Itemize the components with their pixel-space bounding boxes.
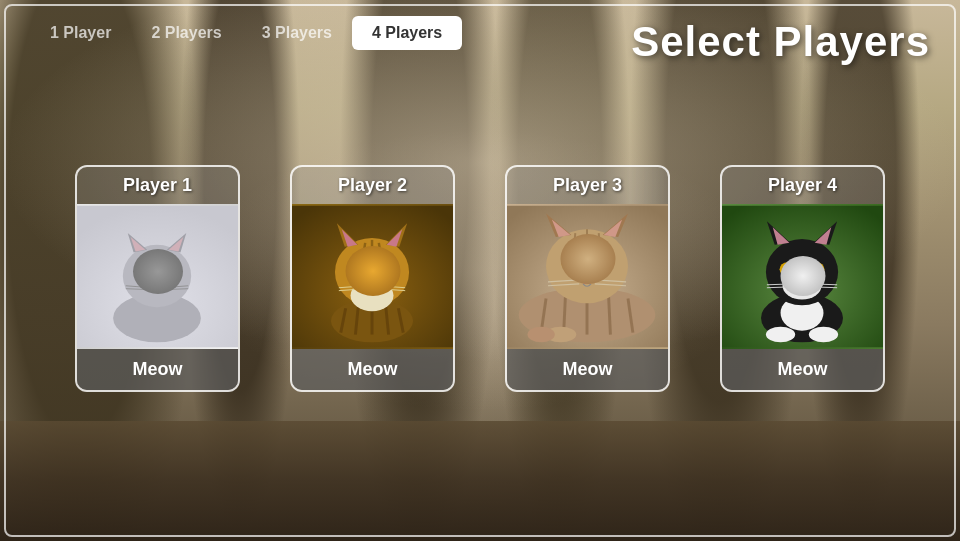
svg-point-84 [783, 263, 791, 275]
svg-point-11 [145, 274, 148, 277]
svg-point-62 [562, 256, 580, 272]
tab-2players[interactable]: 2 Players [131, 16, 241, 50]
svg-marker-68 [583, 279, 591, 284]
player-2-name: Player 2 [292, 167, 453, 204]
player-2-action: Meow [292, 349, 453, 390]
svg-point-10 [166, 272, 172, 280]
svg-point-82 [780, 262, 796, 276]
svg-marker-13 [154, 285, 160, 290]
svg-point-33 [351, 280, 394, 311]
cat-4-svg [722, 204, 883, 349]
player-count-tabs: 1 Player 2 Players 3 Players 4 Players [30, 16, 462, 50]
svg-point-8 [163, 271, 175, 281]
svg-point-7 [139, 271, 151, 281]
svg-point-76 [766, 239, 838, 305]
svg-point-34 [351, 263, 367, 277]
player-4-action: Meow [722, 349, 883, 390]
player-3-action: Meow [507, 349, 668, 390]
svg-marker-40 [369, 283, 375, 287]
svg-point-66 [567, 260, 571, 264]
svg-point-54 [546, 229, 628, 303]
tab-3players[interactable]: 3 Players [242, 16, 352, 50]
player-3-image [507, 204, 668, 349]
svg-line-61 [599, 233, 601, 254]
svg-point-86 [783, 265, 787, 269]
svg-point-64 [566, 257, 576, 271]
svg-point-63 [595, 256, 613, 272]
ground-layer [0, 421, 960, 541]
svg-point-67 [600, 260, 604, 264]
cat-2-svg [292, 204, 453, 349]
player-4-image [722, 204, 883, 349]
svg-point-12 [168, 274, 171, 277]
svg-point-37 [382, 264, 390, 276]
player-4-name: Player 4 [722, 167, 883, 204]
player-1-name: Player 1 [77, 167, 238, 204]
cat-3-svg [507, 204, 668, 349]
player-card-2[interactable]: Player 2 [290, 165, 455, 392]
page-title: Select Players [631, 18, 930, 66]
player-2-image [292, 204, 453, 349]
svg-point-65 [599, 257, 609, 271]
player-card-4[interactable]: Player 4 [720, 165, 885, 392]
svg-point-81 [782, 272, 821, 299]
cat-1-svg [77, 204, 238, 349]
player-card-3[interactable]: Player 3 [505, 165, 670, 392]
svg-point-35 [378, 263, 394, 277]
svg-point-9 [142, 272, 148, 280]
player-3-name: Player 3 [507, 167, 668, 204]
svg-point-53 [527, 327, 554, 343]
svg-point-94 [809, 327, 838, 343]
tab-1player[interactable]: 1 Player [30, 16, 131, 50]
svg-point-39 [382, 266, 386, 270]
svg-point-93 [766, 327, 795, 343]
svg-point-83 [809, 262, 825, 276]
svg-point-87 [813, 265, 817, 269]
svg-point-36 [354, 264, 362, 276]
player-1-action: Meow [77, 349, 238, 390]
player-1-image [77, 204, 238, 349]
svg-line-59 [573, 233, 575, 254]
svg-line-50 [608, 294, 610, 335]
svg-point-2 [123, 245, 191, 307]
tab-4players[interactable]: 4 Players [352, 16, 462, 50]
players-row: Player 1 [50, 165, 910, 392]
svg-marker-88 [799, 282, 805, 286]
player-card-1[interactable]: Player 1 [75, 165, 240, 392]
svg-point-38 [354, 266, 358, 270]
svg-point-85 [813, 263, 821, 275]
